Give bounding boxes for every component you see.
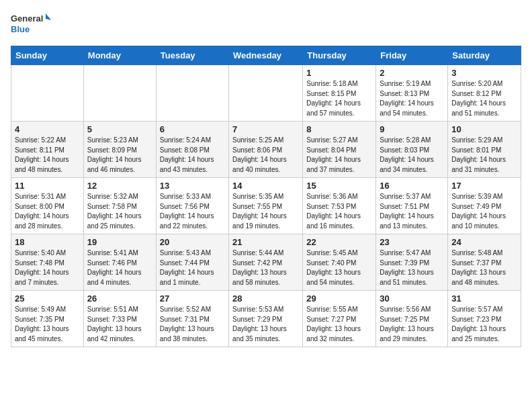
day-number: 3 [451, 68, 517, 78]
day-number: 15 [306, 181, 372, 191]
day-info: Sunrise: 5:45 AM Sunset: 7:40 PM Dayligh… [306, 249, 361, 286]
calendar-week-row: 1Sunrise: 5:18 AM Sunset: 8:15 PM Daylig… [11, 65, 521, 122]
day-info: Sunrise: 5:25 AM Sunset: 8:06 PM Dayligh… [232, 136, 287, 173]
day-number: 24 [451, 237, 517, 247]
weekday-header-monday: Monday [83, 46, 156, 65]
calendar-table: SundayMondayTuesdayWednesdayThursdayFrid… [11, 46, 521, 347]
calendar-cell: 3Sunrise: 5:20 AM Sunset: 8:12 PM Daylig… [448, 65, 521, 122]
calendar-cell [11, 65, 84, 122]
day-info: Sunrise: 5:53 AM Sunset: 7:29 PM Dayligh… [232, 306, 287, 342]
calendar-cell: 14Sunrise: 5:35 AM Sunset: 7:55 PM Dayli… [229, 178, 303, 234]
day-info: Sunrise: 5:40 AM Sunset: 7:48 PM Dayligh… [15, 249, 69, 286]
calendar-week-row: 25Sunrise: 5:49 AM Sunset: 7:35 PM Dayli… [11, 291, 521, 347]
day-info: Sunrise: 5:55 AM Sunset: 7:27 PM Dayligh… [306, 306, 361, 342]
calendar-cell: 4Sunrise: 5:22 AM Sunset: 8:11 PM Daylig… [11, 122, 84, 178]
weekday-header-wednesday: Wednesday [229, 46, 303, 65]
day-number: 21 [232, 237, 299, 247]
day-info: Sunrise: 5:27 AM Sunset: 8:04 PM Dayligh… [306, 136, 361, 173]
calendar-cell: 11Sunrise: 5:31 AM Sunset: 8:00 PM Dayli… [11, 178, 84, 234]
day-number: 23 [380, 237, 444, 247]
calendar-cell: 13Sunrise: 5:33 AM Sunset: 7:56 PM Dayli… [156, 178, 228, 234]
day-info: Sunrise: 5:57 AM Sunset: 7:23 PM Dayligh… [451, 306, 506, 342]
weekday-header-thursday: Thursday [303, 46, 376, 65]
day-number: 1 [306, 68, 372, 78]
calendar-cell: 22Sunrise: 5:45 AM Sunset: 7:40 PM Dayli… [303, 234, 376, 291]
calendar-cell [83, 65, 156, 122]
calendar-week-row: 11Sunrise: 5:31 AM Sunset: 8:00 PM Dayli… [11, 178, 521, 234]
calendar-cell: 21Sunrise: 5:44 AM Sunset: 7:42 PM Dayli… [229, 234, 303, 291]
calendar-cell: 26Sunrise: 5:51 AM Sunset: 7:33 PM Dayli… [83, 291, 156, 347]
day-info: Sunrise: 5:51 AM Sunset: 7:33 PM Dayligh… [87, 306, 142, 342]
calendar-cell: 15Sunrise: 5:36 AM Sunset: 7:53 PM Dayli… [303, 178, 376, 234]
day-info: Sunrise: 5:20 AM Sunset: 8:12 PM Dayligh… [451, 80, 506, 117]
day-info: Sunrise: 5:18 AM Sunset: 8:15 PM Dayligh… [306, 80, 361, 117]
day-info: Sunrise: 5:32 AM Sunset: 7:58 PM Dayligh… [87, 193, 142, 230]
day-info: Sunrise: 5:19 AM Sunset: 8:13 PM Dayligh… [380, 80, 434, 117]
day-number: 14 [232, 181, 299, 191]
day-number: 26 [87, 293, 152, 304]
day-info: Sunrise: 5:39 AM Sunset: 7:49 PM Dayligh… [451, 193, 506, 230]
weekday-header-tuesday: Tuesday [156, 46, 228, 65]
day-number: 6 [160, 124, 225, 134]
calendar-cell: 16Sunrise: 5:37 AM Sunset: 7:51 PM Dayli… [376, 178, 448, 234]
day-info: Sunrise: 5:35 AM Sunset: 7:55 PM Dayligh… [232, 193, 287, 230]
day-number: 8 [306, 124, 372, 134]
day-number: 22 [306, 237, 372, 247]
day-number: 12 [87, 181, 152, 191]
day-info: Sunrise: 5:36 AM Sunset: 7:53 PM Dayligh… [306, 193, 361, 230]
svg-text:General: General [11, 13, 43, 24]
calendar-cell: 19Sunrise: 5:41 AM Sunset: 7:46 PM Dayli… [83, 234, 156, 291]
day-info: Sunrise: 5:43 AM Sunset: 7:44 PM Dayligh… [160, 249, 214, 286]
weekday-header-row: SundayMondayTuesdayWednesdayThursdayFrid… [11, 46, 521, 65]
calendar-week-row: 18Sunrise: 5:40 AM Sunset: 7:48 PM Dayli… [11, 234, 521, 291]
day-number: 16 [380, 181, 444, 191]
day-number: 10 [451, 124, 517, 134]
logo: General Blue [11, 11, 51, 39]
day-number: 18 [15, 237, 80, 247]
day-info: Sunrise: 5:56 AM Sunset: 7:25 PM Dayligh… [380, 306, 434, 342]
day-number: 7 [232, 124, 299, 134]
day-info: Sunrise: 5:52 AM Sunset: 7:31 PM Dayligh… [160, 306, 214, 342]
calendar-cell: 29Sunrise: 5:55 AM Sunset: 7:27 PM Dayli… [303, 291, 376, 347]
day-info: Sunrise: 5:28 AM Sunset: 8:03 PM Dayligh… [380, 136, 434, 173]
weekday-header-sunday: Sunday [11, 46, 84, 65]
logo-svg: General Blue [11, 11, 51, 39]
day-number: 29 [306, 293, 372, 304]
day-info: Sunrise: 5:37 AM Sunset: 7:51 PM Dayligh… [380, 193, 434, 230]
day-number: 25 [15, 293, 80, 304]
day-number: 19 [87, 237, 152, 247]
calendar-cell: 12Sunrise: 5:32 AM Sunset: 7:58 PM Dayli… [83, 178, 156, 234]
calendar-cell [229, 65, 303, 122]
day-info: Sunrise: 5:23 AM Sunset: 8:09 PM Dayligh… [87, 136, 142, 173]
calendar-cell: 31Sunrise: 5:57 AM Sunset: 7:23 PM Dayli… [448, 291, 521, 347]
day-number: 28 [232, 293, 299, 304]
day-info: Sunrise: 5:22 AM Sunset: 8:11 PM Dayligh… [15, 136, 69, 173]
calendar-week-row: 4Sunrise: 5:22 AM Sunset: 8:11 PM Daylig… [11, 122, 521, 178]
calendar-cell: 7Sunrise: 5:25 AM Sunset: 8:06 PM Daylig… [229, 122, 303, 178]
calendar-cell: 6Sunrise: 5:24 AM Sunset: 8:08 PM Daylig… [156, 122, 228, 178]
calendar-cell: 5Sunrise: 5:23 AM Sunset: 8:09 PM Daylig… [83, 122, 156, 178]
calendar-cell: 23Sunrise: 5:47 AM Sunset: 7:39 PM Dayli… [376, 234, 448, 291]
day-info: Sunrise: 5:29 AM Sunset: 8:01 PM Dayligh… [451, 136, 506, 173]
calendar-cell: 20Sunrise: 5:43 AM Sunset: 7:44 PM Dayli… [156, 234, 228, 291]
day-number: 31 [451, 293, 517, 304]
weekday-header-saturday: Saturday [448, 46, 521, 65]
day-info: Sunrise: 5:48 AM Sunset: 7:37 PM Dayligh… [451, 249, 506, 286]
day-info: Sunrise: 5:31 AM Sunset: 8:00 PM Dayligh… [15, 193, 69, 230]
page-header: General Blue [11, 11, 521, 39]
svg-marker-2 [46, 13, 51, 20]
day-number: 2 [380, 68, 444, 78]
day-number: 4 [15, 124, 80, 134]
calendar-cell: 8Sunrise: 5:27 AM Sunset: 8:04 PM Daylig… [303, 122, 376, 178]
calendar-cell: 25Sunrise: 5:49 AM Sunset: 7:35 PM Dayli… [11, 291, 84, 347]
calendar-cell: 18Sunrise: 5:40 AM Sunset: 7:48 PM Dayli… [11, 234, 84, 291]
day-info: Sunrise: 5:24 AM Sunset: 8:08 PM Dayligh… [160, 136, 214, 173]
calendar-cell: 28Sunrise: 5:53 AM Sunset: 7:29 PM Dayli… [229, 291, 303, 347]
calendar-cell [156, 65, 228, 122]
calendar-cell: 2Sunrise: 5:19 AM Sunset: 8:13 PM Daylig… [376, 65, 448, 122]
day-info: Sunrise: 5:47 AM Sunset: 7:39 PM Dayligh… [380, 249, 434, 286]
calendar-cell: 27Sunrise: 5:52 AM Sunset: 7:31 PM Dayli… [156, 291, 228, 347]
day-number: 13 [160, 181, 225, 191]
day-info: Sunrise: 5:44 AM Sunset: 7:42 PM Dayligh… [232, 249, 287, 286]
svg-text:Blue: Blue [11, 24, 30, 34]
